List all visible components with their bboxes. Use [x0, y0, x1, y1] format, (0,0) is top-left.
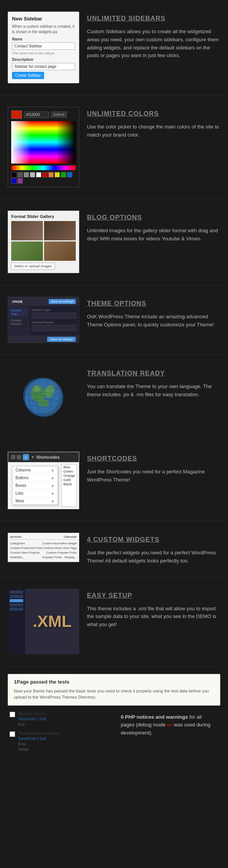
swatch-white[interactable]	[36, 172, 41, 177]
themeforestcheck-extra: Versa	[18, 747, 111, 752]
sc-item-more[interactable]: More ▶	[12, 497, 58, 505]
test-result-paragraph: 0 PHP notices and warnings for all pages…	[117, 713, 219, 737]
themeforestcheck-checkbox[interactable]	[10, 731, 15, 737]
section-sidebars: New Sidebar When a custom sidebar is cre…	[0, 0, 228, 95]
swatch-black[interactable]	[11, 172, 17, 177]
widgets-col2: Calendar	[64, 535, 77, 539]
sidebars-desc: Custom Sidebars allows you to create all…	[87, 28, 220, 60]
swatch-darkgray[interactable]	[17, 172, 23, 177]
theme-save-btn[interactable]: Save all settings	[49, 299, 76, 304]
gallery-img-1	[11, 221, 43, 240]
colorpicker-hue[interactable]	[11, 165, 76, 170]
section-colors: Default UNLIMITED COLORS Use the color	[0, 95, 228, 199]
shortcodes-menu: Columns ▶ Buttons ▶ Boxes ▶ Lists ▶	[12, 466, 58, 505]
theme-sidebar-item-logo[interactable]: Custom Logo	[10, 308, 27, 316]
colorpicker-hex-input[interactable]	[24, 111, 49, 118]
theme-field-favicon-input[interactable]	[32, 325, 77, 331]
theme-field-logo-label: Custom Logo	[32, 308, 77, 312]
swatch-gray[interactable]	[24, 172, 29, 177]
test-results-box: 1Page passed the tests Now your theme ha…	[8, 674, 220, 706]
theme-bottom-bar: Save all settings	[8, 335, 79, 343]
swatch-red[interactable]	[42, 172, 48, 177]
blog-title: BLOG OPTIONS	[87, 214, 220, 221]
widgets-mock-ui: Archive Calendar Categories Custom Accor…	[8, 533, 79, 562]
themeforestcheck-deactivate-link[interactable]: Deactivate	[18, 736, 36, 741]
colorpicker-default-btn[interactable]: Default	[51, 111, 67, 118]
shortcodes-text: SHORTCODES Just the Shortcodes you need …	[87, 452, 220, 484]
colors-desc: Use the color picker to change the main …	[87, 123, 220, 139]
section-theme: 1PAGE Save all settings Custom Logo Cust…	[0, 285, 228, 355]
translation-mock-image	[8, 366, 79, 428]
sidebar-name-input[interactable]	[12, 42, 75, 50]
swatch-purple[interactable]	[17, 178, 23, 184]
sc-item-lists[interactable]: Lists ▶	[12, 490, 58, 497]
sc-color-blue[interactable]: Blue	[63, 465, 75, 469]
section-translation: TRANSLATION READY You can translate the …	[0, 355, 228, 440]
sc-color-black[interactable]: Black	[63, 482, 75, 486]
sc-color-green[interactable]: Green	[63, 469, 75, 473]
swatch-darkblue[interactable]	[11, 178, 17, 184]
theme-mock-image: 1PAGE Save all settings Custom Logo Cust…	[8, 297, 79, 343]
xml-sidebar-item-active	[10, 599, 23, 602]
themecheck-desc: A si	[18, 722, 111, 727]
theme-logo: 1PAGE	[11, 300, 23, 304]
setup-desc: This theme includes a .xml file that wil…	[87, 605, 220, 629]
swatch-orange[interactable]	[48, 172, 54, 177]
swatch-yellow[interactable]	[54, 172, 60, 177]
themecheck-actions: Deactivate | Edit	[18, 717, 111, 721]
sidebars-text: UNLIMITED SIDEBARS Custom Sidebars allow…	[87, 12, 220, 60]
widgets-text: 4 CUSTOM WIDGETS Just the perfect widget…	[87, 533, 220, 565]
shortcodes-mock-ui: + ▼ Shortcodes Columns ▶ Buttons ▶ Boxes	[8, 452, 79, 509]
gallery-title: Format Slider Gallery	[11, 214, 76, 219]
sc-add-button[interactable]: +	[23, 454, 29, 460]
theme-save-bottom-btn[interactable]: Save all settings	[47, 337, 76, 342]
sc-color-orange[interactable]: Orange	[63, 474, 75, 478]
upload-images-button[interactable]: Select or Upload Images	[11, 263, 55, 270]
themecheck-title: Theme-Check	[18, 711, 111, 716]
theme-field-logo-input[interactable]	[32, 312, 77, 319]
colorpicker-gradient[interactable]	[11, 121, 76, 164]
test-results-text-area: 0 PHP notices and warnings for all pages…	[117, 711, 219, 756]
blog-mock-image: Format Slider Gallery Select or Upload I…	[8, 211, 79, 273]
swatch-lightgray[interactable]	[30, 172, 35, 177]
themeforestcheck-edit-link[interactable]: Edit	[39, 736, 46, 741]
globe-svg	[20, 374, 67, 420]
section-widgets: Archive Calendar Categories Custom Accor…	[0, 521, 228, 577]
swatch-blue[interactable]	[67, 172, 72, 177]
widgets-mock-image: Archive Calendar Categories Custom Accor…	[8, 533, 79, 562]
theme-sidebar-item-favicon[interactable]: Custom Favicon	[10, 318, 27, 326]
test-box-title: 1Page passed the tests	[14, 679, 214, 685]
section-shortcodes: + ▼ Shortcodes Columns ▶ Buttons ▶ Boxes	[0, 440, 228, 521]
blog-text: BLOG OPTIONS Unlimited images for the ga…	[87, 211, 220, 243]
colors-text: UNLIMITED COLORS Use the color picker to…	[87, 107, 220, 139]
sc-bar-icon	[11, 455, 15, 459]
widgets-row-4: MultiSlid... Popular Posts - Display...	[10, 555, 77, 560]
sc-item-buttons[interactable]: Buttons ▶	[12, 474, 58, 482]
themecheck-edit-link[interactable]: Edit	[39, 717, 46, 721]
translation-text: TRANSLATION READY You can translate the …	[87, 366, 220, 399]
test-results-area: Theme-Check Deactivate | Edit A si Theme…	[8, 711, 220, 762]
sc-item-columns[interactable]: Columns ▶	[12, 466, 58, 474]
xml-sidebar-item-3	[10, 603, 23, 606]
theme-field-logo: Custom Logo	[32, 308, 77, 319]
colorpicker-mock-ui: Default	[8, 107, 79, 187]
sidebar-name-hint: The name has to be unique.	[12, 51, 75, 55]
themecheck-content: Theme-Check Deactivate | Edit A si	[18, 711, 111, 727]
sc-color-gold[interactable]: Gold	[63, 478, 75, 482]
sc-item-boxes[interactable]: Boxes ▶	[12, 482, 58, 490]
xml-label: .XML	[33, 612, 71, 631]
theme-field-favicon-label: Custom Favicon	[32, 321, 77, 324]
test-items-list: Theme-Check Deactivate | Edit A si Theme…	[10, 711, 111, 756]
setup-title: EASY SETUP	[87, 592, 220, 599]
sidebar-desc-input[interactable]	[12, 63, 75, 70]
widgets-col1: Archive	[10, 535, 21, 539]
shortcodes-colors: Blue Green Orange Gold Black	[61, 464, 77, 507]
colorpicker-swatch[interactable]	[11, 110, 22, 119]
xml-sidebar-item-2	[10, 595, 23, 598]
shortcodes-mock-image: + ▼ Shortcodes Columns ▶ Buttons ▶ Boxes	[8, 452, 79, 509]
themecheck-checkbox[interactable]	[10, 712, 15, 717]
themecheck-deactivate-link[interactable]: Deactivate	[18, 717, 36, 721]
blog-desc: Unlimited images for the gallery slider …	[87, 227, 220, 243]
swatch-green[interactable]	[61, 172, 66, 177]
create-sidebar-button[interactable]: Create Sidebar	[12, 72, 44, 79]
